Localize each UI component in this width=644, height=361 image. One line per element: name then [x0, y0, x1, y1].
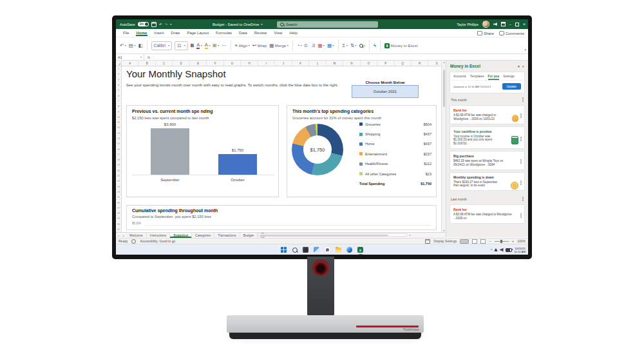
hscroll-left-icon[interactable]: ◂	[252, 233, 254, 237]
sheet-tab-transactions[interactable]: Transactions	[214, 233, 240, 238]
row-header-21[interactable]: 21	[116, 173, 121, 179]
wifi-icon[interactable]	[494, 248, 498, 251]
avatar[interactable]	[482, 21, 489, 28]
wrap-button[interactable]: ↩Wrap	[252, 43, 267, 48]
more-font-options-button[interactable]: ⋯	[222, 43, 227, 48]
ribbon-tab-page-layout[interactable]: Page Layout	[186, 30, 209, 36]
zoom-out-icon[interactable]: −	[489, 239, 491, 243]
column-header-J[interactable]: J	[275, 61, 292, 66]
sheet-tab-welcome[interactable]: Welcome	[126, 233, 147, 238]
sheet-tab-snapshot[interactable]: Snapshot	[170, 233, 192, 238]
vertical-scroll-thumb[interactable]	[443, 70, 445, 107]
row-header-26[interactable]: 26	[116, 200, 121, 205]
insight-card-your-cashflow-is-positive[interactable]: Your cashflow is positiveYour income in …	[450, 126, 525, 149]
taskbar-widgets-icon[interactable]	[313, 246, 320, 253]
section-menu-icon[interactable]	[522, 197, 524, 198]
ribbon-tab-review[interactable]: Review	[254, 30, 268, 36]
column-header-K[interactable]: K	[292, 61, 309, 66]
row-header-10[interactable]: 10	[116, 115, 121, 120]
zoom-slider-thumb[interactable]	[500, 240, 502, 243]
search-box[interactable]: Search	[277, 21, 378, 28]
ribbon-tab-help[interactable]: Help	[289, 30, 298, 36]
card-menu-icon[interactable]	[520, 137, 522, 138]
panel-tab-accounts[interactable]: Accounts	[453, 75, 466, 80]
column-header-B[interactable]: B	[138, 61, 155, 66]
hscroll-right-icon[interactable]: ▸	[410, 233, 411, 237]
vertical-scrollbar[interactable]: ▴ ▾	[441, 61, 446, 232]
update-button[interactable]: Update	[502, 83, 521, 90]
column-header-I[interactable]: I	[258, 61, 275, 66]
column-header-D[interactable]: D	[173, 61, 189, 66]
page-break-view-icon[interactable]	[480, 239, 486, 244]
row-header-12[interactable]: 12	[116, 125, 121, 130]
format-as-table-button[interactable]: ▦▾	[327, 43, 334, 48]
row-header-13[interactable]: 13	[116, 131, 121, 136]
volume-icon[interactable]	[500, 248, 504, 252]
row-header-28[interactable]: 28	[116, 211, 121, 216]
ribbon-tab-insert[interactable]: Insert	[153, 30, 164, 36]
undo-button[interactable]: ↶▾	[120, 43, 126, 48]
row-header-6[interactable]: 6	[116, 93, 121, 98]
column-header-Q[interactable]: Q	[395, 61, 412, 66]
comments-button[interactable]: Comments	[499, 31, 524, 35]
row-header-9[interactable]: 9	[116, 109, 121, 114]
zoom-in-icon[interactable]: +	[512, 239, 515, 243]
sheet-nav-right-icon[interactable]: ▸	[121, 233, 126, 238]
customize-qat-caret-icon[interactable]: ▾	[170, 23, 171, 26]
row-header-17[interactable]: 17	[116, 152, 121, 157]
ribbon-tab-data[interactable]: Data	[238, 30, 248, 36]
ribbon-tab-draw[interactable]: Draw	[170, 30, 180, 36]
bold-button[interactable]: B	[191, 43, 194, 48]
taskbar-edge-icon[interactable]	[346, 246, 353, 253]
conditional-formatting-button[interactable]: ▦▾	[317, 43, 325, 48]
column-header-F[interactable]: F	[207, 61, 223, 66]
taskbar-excel-icon[interactable]: x	[357, 246, 364, 253]
column-header-P[interactable]: P	[377, 61, 394, 66]
row-header-25[interactable]: 25	[116, 195, 121, 200]
paste-button[interactable]: ▤▾	[129, 43, 136, 48]
find-button[interactable]: ▾	[359, 44, 366, 48]
card-menu-icon[interactable]	[520, 213, 522, 215]
zoom-level[interactable]: 100%	[517, 239, 526, 243]
fx-icon[interactable]: fx	[144, 55, 154, 59]
column-header-A[interactable]: A	[122, 61, 138, 66]
panel-tab-settings[interactable]: Settings	[503, 75, 514, 80]
taskbar-clock[interactable]: 10/20/21 11:11 AM	[514, 247, 526, 253]
taskbar-file-explorer-icon[interactable]	[335, 246, 342, 253]
name-box[interactable]: A1 ▾	[116, 54, 144, 61]
row-header-15[interactable]: 15	[116, 141, 121, 146]
row-header-14[interactable]: 14	[116, 136, 121, 141]
font-size-button[interactable]: 11▾	[175, 41, 188, 50]
cumulative-chart[interactable]: Cumulative spending throughout month Com…	[126, 205, 437, 230]
panel-tab-templates[interactable]: Templates	[470, 75, 484, 80]
sheet-tab-budget[interactable]: Budget	[240, 233, 258, 238]
section-menu-icon[interactable]	[522, 97, 524, 99]
ribbon-tab-file[interactable]: File	[122, 30, 130, 36]
row-header-20[interactable]: 20	[116, 168, 121, 173]
align-button[interactable]: ≡Align▾	[235, 43, 250, 48]
save-icon[interactable]	[151, 22, 156, 27]
taskbar-task-view-icon[interactable]	[302, 246, 309, 253]
row-header-7[interactable]: 7	[116, 99, 121, 104]
ribbon-tab-formulas[interactable]: Formulas	[215, 30, 232, 36]
maximize-icon[interactable]	[515, 23, 519, 26]
month-selector[interactable]: October 2021	[352, 85, 419, 98]
merge-button[interactable]: ▦Merge▾	[269, 43, 289, 48]
donut-chart[interactable]: This month's top spending categories Gro…	[287, 105, 437, 197]
row-header-30[interactable]: 30	[116, 222, 121, 227]
column-header-E[interactable]: E	[190, 61, 207, 66]
collapse-ribbon-icon[interactable]: ▾	[524, 48, 526, 52]
number-format-button[interactable]: ◔▾	[297, 43, 302, 48]
row-header-29[interactable]: 29	[116, 216, 121, 221]
ribbon-tab-home[interactable]: Home	[136, 30, 148, 36]
column-header-R[interactable]: R	[412, 61, 428, 66]
sort-filter-button[interactable]: ⇅▾	[350, 43, 357, 48]
autosave-toggle[interactable]: On	[138, 22, 149, 26]
column-header-M[interactable]: M	[327, 61, 343, 66]
row-header-27[interactable]: 27	[116, 206, 121, 211]
document-title[interactable]: Budget - Saved to OneDrive ▾	[213, 19, 263, 29]
bar-chart[interactable]: Previous vs. current month spe nding $2,…	[126, 105, 279, 197]
decrease-decimal-button[interactable]: .0	[311, 43, 315, 48]
column-header-G[interactable]: G	[224, 61, 241, 66]
share-button[interactable]: Share	[477, 31, 494, 35]
